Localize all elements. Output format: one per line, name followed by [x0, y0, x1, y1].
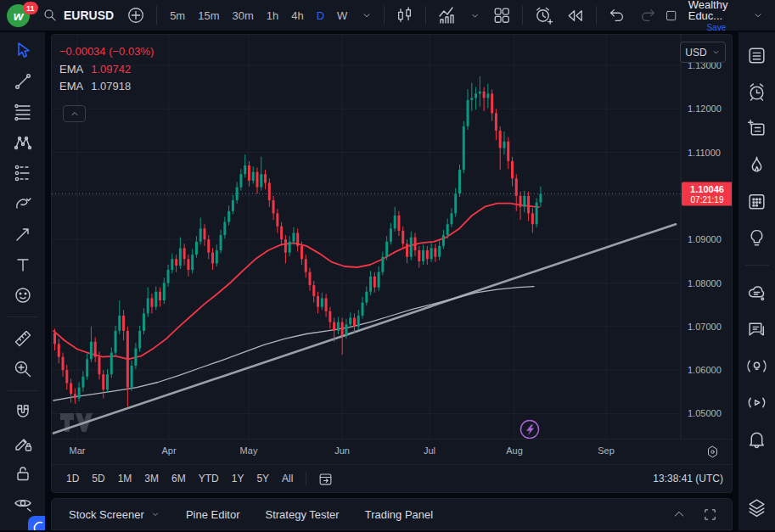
- interval-30m[interactable]: 30m: [226, 5, 259, 26]
- layout-square-icon[interactable]: [665, 7, 677, 25]
- tab-strategy-tester[interactable]: Strategy Tester: [255, 501, 349, 528]
- alerts-panel-button[interactable]: [744, 79, 770, 104]
- hotlists-panel-button[interactable]: [744, 152, 770, 177]
- interval-menu-button[interactable]: [357, 6, 377, 25]
- currency-select[interactable]: USD: [680, 42, 726, 63]
- candlestick-icon: [396, 6, 414, 25]
- toolbar-separator: [156, 6, 157, 25]
- brush-tool[interactable]: [10, 191, 36, 216]
- interval-15m[interactable]: 15m: [192, 5, 225, 26]
- ema-fast-legend[interactable]: EMA1.09742: [59, 63, 154, 76]
- notifications-panel-button[interactable]: [744, 426, 770, 451]
- time-axis-label: Sep: [593, 445, 619, 456]
- interval-5m[interactable]: 5m: [164, 5, 191, 26]
- forecast-tool[interactable]: [10, 160, 36, 186]
- event-lightning-icon[interactable]: [521, 421, 539, 439]
- range-1y[interactable]: 1Y: [226, 469, 250, 488]
- interval-1h[interactable]: 1h: [261, 5, 284, 26]
- tab-trading-panel[interactable]: Trading Panel: [355, 501, 443, 528]
- pencil-lock-icon: [13, 433, 33, 453]
- arrow-icon: [13, 224, 33, 244]
- text-tool[interactable]: [10, 252, 36, 277]
- quick-action-button[interactable]: [28, 516, 47, 530]
- price-axis-label: 1.12000: [688, 104, 722, 114]
- streams-panel-button[interactable]: [744, 353, 770, 378]
- layout-name: Wealthy Educ...: [688, 0, 744, 21]
- layout-name-button[interactable]: Wealthy Educ... Save: [688, 0, 744, 32]
- redo-arrow-icon: [638, 6, 657, 25]
- layout-grid-button[interactable]: [488, 3, 515, 28]
- time-axis[interactable]: MarAprMayJunJulAugSep: [52, 439, 732, 464]
- arrow-tool[interactable]: [10, 221, 36, 247]
- toolbar-separator: [425, 6, 426, 25]
- price-axis-label: 1.05000: [688, 408, 722, 418]
- interval-4h[interactable]: 4h: [285, 5, 309, 26]
- ideas-panel-button[interactable]: [744, 225, 770, 250]
- undo-arrow-icon: [608, 6, 626, 25]
- range-1m[interactable]: 1M: [112, 469, 138, 488]
- interval-w[interactable]: W: [331, 5, 353, 26]
- live-streams-panel-button[interactable]: [744, 389, 770, 415]
- eye-icon: [13, 494, 33, 514]
- tab-stock-screener[interactable]: Stock Screener: [59, 501, 171, 528]
- trend-line-tool[interactable]: [10, 69, 36, 94]
- note-plus-icon: [746, 118, 767, 139]
- watchlist-panel-button[interactable]: [744, 42, 770, 68]
- ema-slow-legend[interactable]: EMA1.07918: [59, 80, 154, 92]
- bell-icon: [746, 428, 767, 450]
- save-link[interactable]: Save: [706, 24, 726, 32]
- compare-add-button[interactable]: [122, 3, 149, 28]
- drawing-mode-tool[interactable]: [10, 430, 36, 456]
- lock-all-tool[interactable]: [10, 461, 36, 486]
- range-6m[interactable]: 6M: [166, 469, 192, 488]
- redo-button[interactable]: [634, 3, 661, 28]
- legend-collapse-button[interactable]: [63, 105, 86, 122]
- hide-all-tool[interactable]: [10, 491, 36, 517]
- candlestick-series[interactable]: [53, 76, 542, 406]
- measure-tool[interactable]: [10, 326, 36, 351]
- range-3m[interactable]: 3M: [138, 469, 165, 488]
- indicators-menu-button[interactable]: [465, 7, 485, 25]
- notes-panel-button[interactable]: [744, 115, 770, 141]
- app-logo[interactable]: w 11: [5, 2, 34, 29]
- range-1d[interactable]: 1D: [60, 469, 85, 488]
- cursor-tool[interactable]: [10, 38, 36, 64]
- layout-menu-button[interactable]: [748, 6, 768, 25]
- chevron-down-icon: [150, 509, 160, 519]
- chat-bubbles-icon: [746, 319, 767, 340]
- pattern-tool[interactable]: [10, 130, 36, 155]
- tradingview-app: w 11 EURUSD 5m15m30m1h4hDW: [0, 0, 775, 532]
- trendline[interactable]: [53, 224, 676, 433]
- text-icon: [13, 255, 33, 275]
- fib-retracement-tool[interactable]: [10, 99, 36, 125]
- zoom-in-tool[interactable]: [10, 356, 36, 382]
- calendar-panel-button[interactable]: [744, 188, 770, 214]
- symbol-search-button[interactable]: EURUSD: [37, 4, 119, 26]
- create-alert-button[interactable]: [530, 3, 558, 29]
- chat-panel-button[interactable]: [744, 316, 770, 342]
- panel-collapse-button[interactable]: [668, 504, 690, 524]
- axis-settings-icon[interactable]: [705, 445, 720, 459]
- object-tree-panel-button[interactable]: [744, 495, 770, 520]
- drawing-toolbar: [0, 32, 47, 530]
- ema-slow-line[interactable]: [53, 287, 534, 400]
- chart-region[interactable]: 1.130001.120001.110001.100001.090001.080…: [52, 35, 732, 439]
- utc-clock[interactable]: 13:38:41 (UTC): [653, 473, 723, 484]
- notification-badge: 11: [23, 2, 38, 14]
- indicators-button[interactable]: [433, 2, 462, 29]
- range-all[interactable]: All: [276, 469, 299, 488]
- minds-panel-button[interactable]: [744, 280, 770, 305]
- emoji-tool[interactable]: [10, 283, 36, 308]
- interval-d[interactable]: D: [311, 5, 330, 26]
- range-ytd[interactable]: YTD: [193, 469, 225, 488]
- chart-style-button[interactable]: [391, 3, 418, 28]
- panel-maximize-button[interactable]: [699, 504, 722, 525]
- range-5y[interactable]: 5Y: [250, 469, 275, 488]
- magnet-tool[interactable]: [10, 400, 36, 425]
- alarm-plus-icon: [534, 6, 553, 25]
- bar-replay-button[interactable]: [561, 3, 589, 29]
- goto-date-button[interactable]: [313, 468, 338, 490]
- undo-button[interactable]: [604, 3, 631, 28]
- tab-pine-editor[interactable]: Pine Editor: [176, 501, 250, 528]
- range-5d[interactable]: 5D: [86, 469, 110, 488]
